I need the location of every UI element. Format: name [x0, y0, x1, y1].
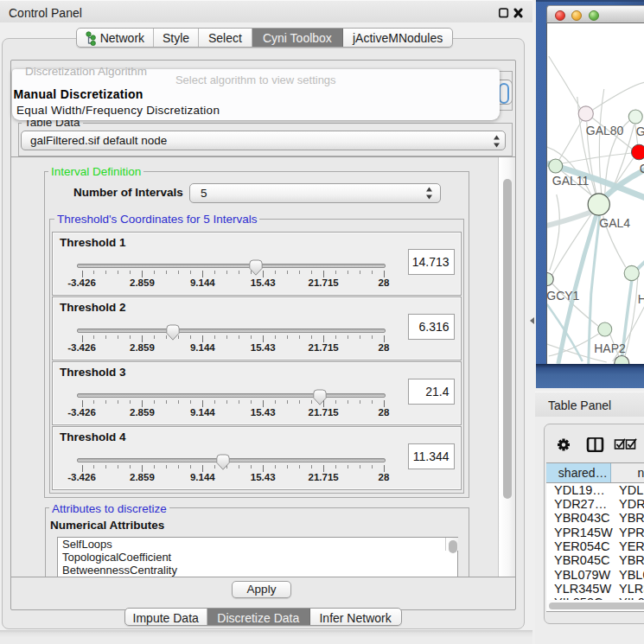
svg-text:GAL80: GAL80: [585, 124, 623, 137]
svg-text:HAP2: HAP2: [594, 341, 626, 355]
svg-text:GCY1: GCY1: [547, 289, 580, 303]
svg-text:GAL4: GAL4: [599, 216, 630, 230]
svg-text:G.: G.: [635, 124, 644, 138]
svg-text:C: C: [639, 162, 644, 175]
svg-text:GAL11: GAL11: [552, 174, 589, 188]
svg-text:H: H: [637, 292, 644, 306]
